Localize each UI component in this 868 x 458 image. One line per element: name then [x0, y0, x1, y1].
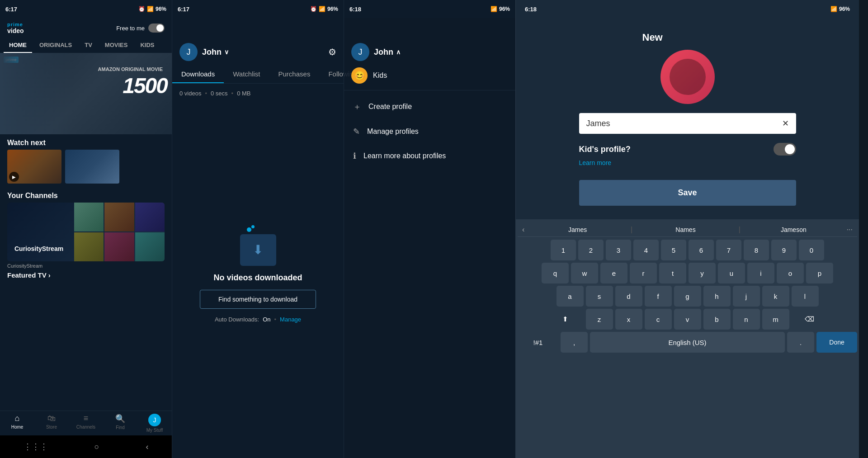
create-profile-item[interactable]: ＋ Create profile	[344, 94, 515, 119]
suggestion-back-icon[interactable]: ‹	[522, 226, 524, 234]
android-menu-btn[interactable]: ⋮⋮⋮	[24, 442, 48, 452]
kids-profile-toggle[interactable]	[774, 143, 796, 156]
key-shift[interactable]: ⬆	[547, 309, 584, 330]
key-l[interactable]: l	[792, 286, 819, 307]
featured-tv-label[interactable]: Featured TV ›	[0, 270, 172, 283]
key-d[interactable]: d	[615, 286, 642, 307]
tab-downloads[interactable]: Downloads	[172, 66, 224, 83]
key-5[interactable]: 5	[661, 240, 686, 260]
nav-originals[interactable]: ORIGINALS	[34, 38, 77, 53]
suggestion-more-icon[interactable]: ···	[847, 226, 853, 234]
key-a[interactable]: a	[557, 286, 584, 307]
key-t[interactable]: t	[659, 263, 686, 283]
tab-watchlist[interactable]: Watchlist	[224, 66, 269, 83]
thumbnail-2[interactable]	[65, 150, 119, 184]
secs-count: 0 secs	[211, 90, 228, 97]
nav-movies[interactable]: MOVIES	[99, 38, 133, 53]
key-6[interactable]: 6	[689, 240, 714, 260]
key-m[interactable]: m	[762, 309, 789, 330]
downloads-header: J John ∨ ⚙	[172, 18, 344, 61]
learn-about-profiles-item[interactable]: ℹ Learn more about profiles	[344, 144, 515, 168]
key-done[interactable]: Done	[816, 332, 857, 353]
settings-icon[interactable]: ⚙	[328, 47, 336, 57]
bottom-nav-channels[interactable]: ≡ Channels	[69, 414, 103, 433]
key-4[interactable]: 4	[633, 240, 659, 260]
key-3[interactable]: 3	[606, 240, 631, 260]
manage-profiles-item[interactable]: ✎ Manage profiles	[344, 119, 515, 144]
key-space[interactable]: English (US)	[590, 332, 785, 353]
kids-profile-row[interactable]: 😊 Kids	[344, 61, 515, 90]
key-f[interactable]: f	[645, 286, 672, 307]
new-profile-avatar[interactable]	[660, 50, 715, 104]
bottom-nav-home[interactable]: ⌂ Home	[0, 414, 34, 433]
key-comma[interactable]: ,	[561, 332, 588, 353]
key-8[interactable]: 8	[744, 240, 769, 260]
panel-main-app: 6:17 ⏰ 📶 96% prime video Free to me HOME…	[0, 0, 172, 458]
bottom-nav-mystuff[interactable]: J My Stuff	[137, 414, 172, 433]
key-9[interactable]: 9	[771, 240, 797, 260]
key-1[interactable]: 1	[551, 240, 576, 260]
suggestion-james[interactable]: James	[529, 226, 626, 233]
key-v[interactable]: v	[674, 309, 701, 330]
key-j[interactable]: j	[733, 286, 760, 307]
tab-purchases[interactable]: Purchases	[269, 66, 320, 83]
signal-icon-2: 📶	[319, 6, 326, 12]
pencil-icon: ✎	[353, 127, 360, 137]
asdf-row: a s d f g h j k l	[518, 286, 857, 307]
name-input-field[interactable]	[586, 119, 782, 128]
bottom-nav-find[interactable]: 🔍 Find	[103, 414, 137, 433]
key-w[interactable]: w	[571, 263, 598, 283]
key-e[interactable]: e	[600, 263, 627, 283]
key-backspace[interactable]: ⌫	[792, 309, 828, 330]
android-back-btn[interactable]: ‹	[146, 442, 148, 452]
dot-2: •	[231, 90, 234, 97]
android-home-btn[interactable]: ○	[94, 442, 99, 452]
nav-kids[interactable]: KIDS	[135, 38, 160, 53]
free-to-me-toggle[interactable]: Free to me	[116, 24, 165, 33]
nav-tv[interactable]: TV	[79, 38, 98, 53]
username-2[interactable]: John ∨	[202, 47, 229, 57]
key-x[interactable]: x	[615, 309, 642, 330]
nav-home[interactable]: HOME	[4, 38, 32, 53]
key-z[interactable]: z	[586, 309, 613, 330]
user-info-3[interactable]: J John ∧	[351, 43, 401, 61]
key-h[interactable]: h	[703, 286, 731, 307]
clear-name-button[interactable]: ✕	[782, 118, 789, 128]
suggestion-names[interactable]: Names	[637, 226, 734, 233]
bottom-nav-store[interactable]: 🛍 Store	[34, 414, 69, 433]
key-o[interactable]: o	[777, 263, 804, 283]
key-0[interactable]: 0	[799, 240, 824, 260]
find-download-button[interactable]: Find something to download	[200, 290, 316, 309]
key-2[interactable]: 2	[578, 240, 604, 260]
key-b[interactable]: b	[703, 309, 731, 330]
key-period[interactable]: .	[787, 332, 814, 353]
play-icon-1[interactable]: ▶	[9, 172, 19, 182]
key-c[interactable]: c	[645, 309, 672, 330]
key-r[interactable]: r	[630, 263, 657, 283]
save-profile-button[interactable]: Save	[579, 180, 796, 206]
key-q[interactable]: q	[542, 263, 569, 283]
user-info-2[interactable]: J John ∨	[179, 43, 229, 61]
key-symbols[interactable]: !#1	[518, 332, 558, 353]
key-p[interactable]: p	[806, 263, 833, 283]
key-k[interactable]: k	[762, 286, 789, 307]
key-i[interactable]: i	[747, 263, 774, 283]
learn-more-link[interactable]: Learn more	[579, 159, 796, 166]
key-u[interactable]: u	[718, 263, 745, 283]
auto-downloads-row: Auto Downloads: On • Manage	[215, 316, 301, 336]
thumbnail-1[interactable]: ▶	[7, 150, 61, 184]
key-7[interactable]: 7	[716, 240, 741, 260]
hero-banner[interactable]: prime AMAZON ORIGINAL MOVIE 1500	[0, 53, 172, 134]
chevron-up-icon: ∧	[396, 48, 401, 56]
key-s[interactable]: s	[586, 286, 613, 307]
curiosity-stream-banner[interactable]: CuriosityStream	[7, 203, 165, 261]
username-3[interactable]: John ∧	[374, 47, 401, 57]
manage-link[interactable]: Manage	[280, 316, 301, 323]
key-n[interactable]: n	[733, 309, 760, 330]
panel-profile-menu: 6:18 📶 96% J John ∧ 😊 Kids ＋ Create prof…	[344, 0, 515, 458]
suggestion-jameson[interactable]: Jameson	[745, 226, 842, 233]
status-bar-4: 6:18 📶 96%	[516, 0, 859, 18]
free-to-me-switch[interactable]	[148, 24, 165, 33]
key-g[interactable]: g	[674, 286, 701, 307]
key-y[interactable]: y	[689, 263, 716, 283]
